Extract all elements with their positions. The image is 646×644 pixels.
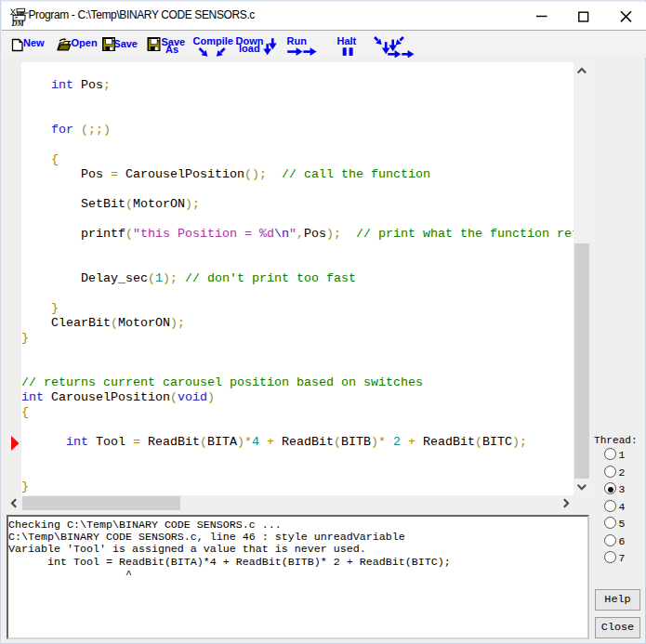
svg-text:DM: DM	[11, 20, 25, 27]
